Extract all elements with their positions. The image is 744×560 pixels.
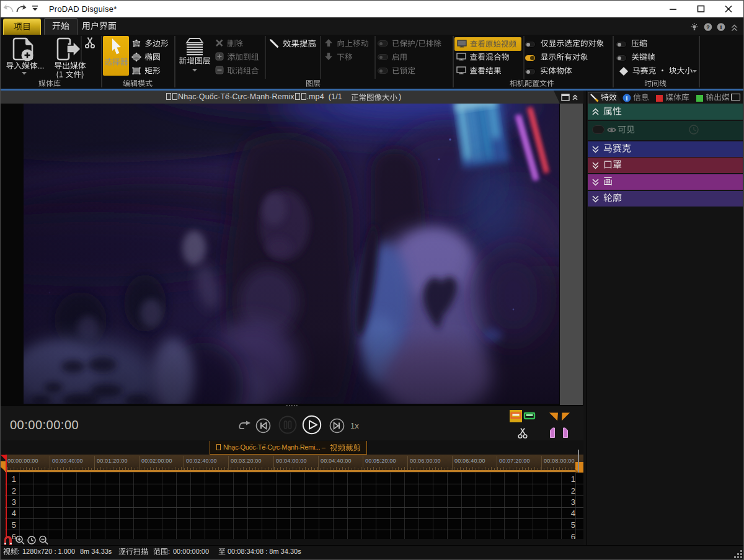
svg-text:i: i [720, 24, 722, 30]
svg-text:i: i [626, 95, 628, 102]
svg-text:?: ? [706, 24, 710, 30]
